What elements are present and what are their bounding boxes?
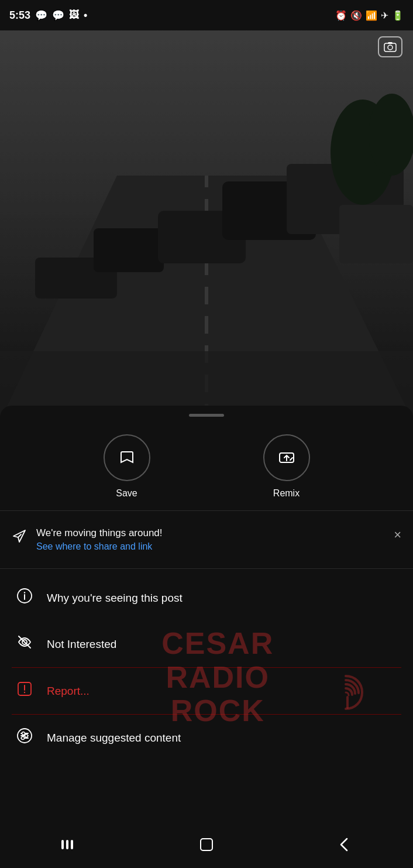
- svg-rect-38: [201, 839, 212, 850]
- remix-action[interactable]: Remix: [263, 434, 310, 499]
- status-time: 5:53: [9, 9, 30, 22]
- svg-rect-13: [0, 0, 413, 421]
- svg-rect-16: [388, 42, 393, 44]
- messenger-icon: 💬: [35, 9, 47, 22]
- nav-recent-button[interactable]: [326, 827, 362, 862]
- red-divider: [12, 667, 401, 668]
- video-area: [0, 0, 413, 421]
- svg-line-18: [18, 534, 21, 537]
- svg-rect-36: [66, 840, 68, 849]
- status-left: 5:53 💬 💬 🖼 •: [9, 9, 87, 22]
- send-icon: [12, 529, 27, 547]
- notice-text-column: We're moving things around! See where to…: [36, 527, 388, 552]
- camera-button[interactable]: [378, 36, 402, 57]
- bottom-sheet: Save Remix We're moving things around: [0, 406, 413, 868]
- status-right: ⏰ 🔇 📶 ✈ 🔋: [335, 10, 404, 21]
- nav-home-button[interactable]: [189, 827, 224, 862]
- camera-icon: [384, 42, 397, 52]
- svg-point-32: [25, 735, 28, 737]
- alarm-icon: ⏰: [335, 10, 347, 21]
- remix-label: Remix: [273, 488, 300, 499]
- svg-point-31: [22, 732, 25, 735]
- remix-icon: [277, 448, 296, 467]
- save-action[interactable]: Save: [104, 434, 150, 499]
- battery-icon: 🔋: [392, 10, 404, 21]
- svg-point-15: [388, 45, 393, 50]
- status-bar: 5:53 💬 💬 🖼 • ⏰ 🔇 📶 ✈ 🔋: [0, 0, 413, 30]
- dot-indicator: •: [84, 9, 87, 22]
- save-circle: [104, 434, 150, 481]
- wifi-icon: 📶: [366, 10, 377, 21]
- manage-suggested-item[interactable]: Manage suggested content: [0, 715, 413, 761]
- airplane-icon: ✈: [381, 10, 388, 21]
- svg-rect-14: [384, 43, 396, 52]
- report-item[interactable]: Report...: [0, 668, 413, 714]
- why-seeing-label: Why you're seeing this post: [47, 592, 183, 605]
- nav-home-icon: [199, 837, 214, 852]
- notice-link[interactable]: See where to share and link: [36, 541, 152, 551]
- action-row: Save Remix: [0, 417, 413, 505]
- svg-point-26: [24, 692, 25, 693]
- why-seeing-item[interactable]: Why you're seeing this post: [0, 575, 413, 621]
- bookmark-icon: [118, 448, 136, 467]
- nav-bar: [0, 821, 413, 868]
- messenger2-icon: 💬: [52, 9, 64, 22]
- nav-back-button[interactable]: [51, 827, 87, 862]
- info-icon: [14, 588, 35, 608]
- svg-rect-37: [71, 840, 73, 849]
- sliders-icon: [14, 728, 35, 748]
- video-scene: [0, 0, 413, 421]
- manage-suggested-label: Manage suggested content: [47, 732, 181, 745]
- nav-back-icon: [60, 838, 78, 852]
- image-notification-icon: 🖼: [69, 9, 79, 21]
- notice-title: We're moving things around!: [36, 527, 388, 539]
- save-label: Save: [116, 488, 137, 499]
- svg-point-33: [22, 737, 25, 740]
- divider-2: [0, 568, 413, 569]
- report-icon: [14, 681, 35, 701]
- report-label: Report...: [47, 685, 90, 698]
- remix-circle: [263, 434, 310, 481]
- red-divider-2: [12, 714, 401, 715]
- not-interested-icon: [14, 634, 35, 654]
- mute-icon: 🔇: [350, 10, 362, 21]
- notice-close-button[interactable]: ×: [394, 527, 401, 543]
- svg-point-21: [24, 592, 25, 593]
- nav-recent-icon: [338, 837, 350, 852]
- not-interested-item[interactable]: Not Interested: [0, 621, 413, 667]
- not-interested-label: Not Interested: [47, 638, 116, 651]
- notice-banner: We're moving things around! See where to…: [0, 517, 413, 562]
- svg-rect-35: [61, 840, 64, 849]
- divider-1: [0, 510, 413, 511]
- traffic-scene-svg: [0, 0, 413, 421]
